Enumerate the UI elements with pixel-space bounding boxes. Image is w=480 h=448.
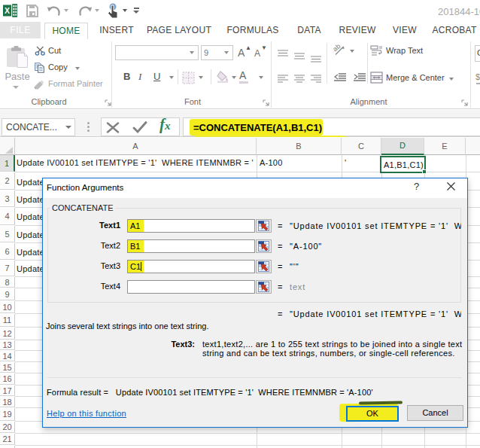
svg-text:ab: ab (333, 44, 342, 53)
svg-text:X: X (5, 6, 10, 15)
